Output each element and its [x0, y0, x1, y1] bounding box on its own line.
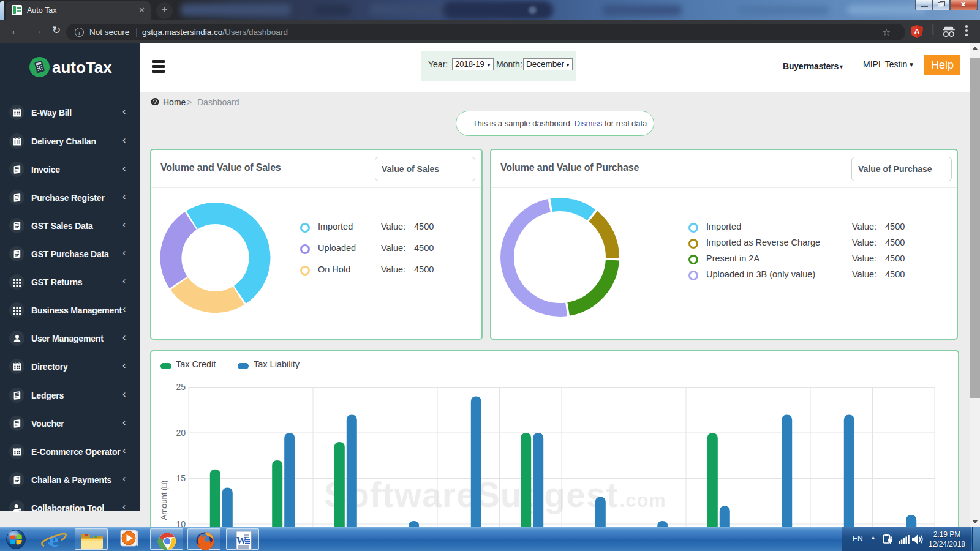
svg-text:A: A: [914, 27, 920, 36]
svg-text:25: 25: [176, 382, 186, 392]
svg-text:20: 20: [176, 428, 186, 438]
svg-text:e: e: [49, 529, 58, 551]
svg-text:SoftwareSuggest.com: SoftwareSuggest.com: [324, 475, 666, 514]
svg-text:15: 15: [176, 473, 186, 483]
svg-text:Amount (□): Amount (□): [159, 481, 168, 520]
svg-text:W: W: [236, 534, 247, 546]
